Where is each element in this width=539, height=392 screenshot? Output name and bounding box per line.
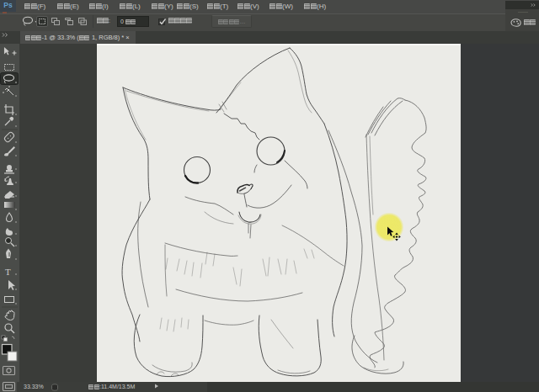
svg-text:T: T (5, 267, 11, 277)
